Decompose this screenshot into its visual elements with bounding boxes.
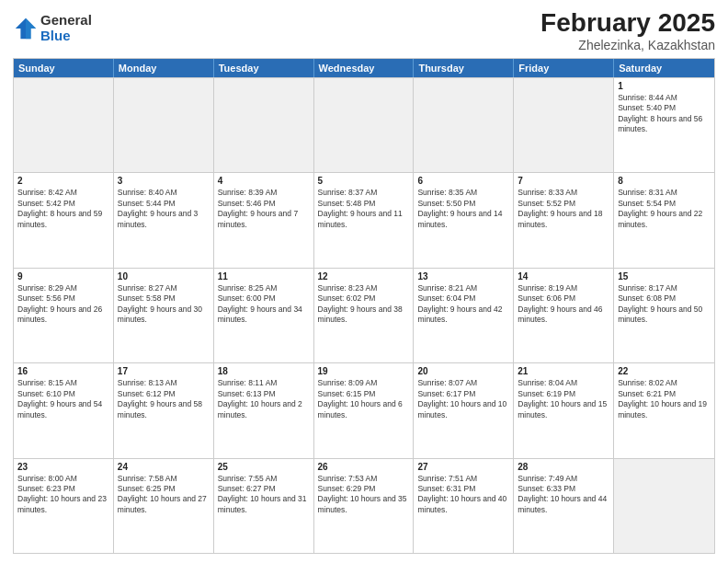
cal-cell-2-1: 10Sunrise: 8:27 AM Sunset: 5:58 PM Dayli… (114, 269, 214, 362)
cal-cell-3-4: 20Sunrise: 8:07 AM Sunset: 6:17 PM Dayli… (414, 363, 514, 457)
day-info: Sunrise: 8:25 AM Sunset: 6:00 PM Dayligh… (218, 283, 310, 326)
day-info: Sunrise: 8:23 AM Sunset: 6:02 PM Dayligh… (318, 283, 410, 326)
day-number: 12 (318, 271, 410, 282)
day-number: 1 (618, 81, 711, 91)
title-block: February 2025 Zhelezinka, Kazakhstan (540, 9, 715, 52)
page: General Blue February 2025 Zhelezinka, K… (0, 0, 728, 563)
cal-cell-1-1: 3Sunrise: 8:40 AM Sunset: 5:44 PM Daylig… (114, 173, 214, 267)
day-number: 11 (218, 271, 310, 282)
cal-cell-2-5: 14Sunrise: 8:19 AM Sunset: 6:06 PM Dayli… (514, 269, 614, 362)
cal-cell-1-5: 7Sunrise: 8:33 AM Sunset: 5:52 PM Daylig… (514, 173, 614, 267)
day-info: Sunrise: 8:39 AM Sunset: 5:46 PM Dayligh… (218, 188, 310, 230)
day-info: Sunrise: 8:02 AM Sunset: 6:21 PM Dayligh… (618, 378, 711, 420)
header-day-wednesday: Wednesday (314, 59, 415, 77)
day-info: Sunrise: 8:00 AM Sunset: 6:23 PM Dayligh… (17, 474, 109, 516)
cal-cell-2-6: 15Sunrise: 8:17 AM Sunset: 6:08 PM Dayli… (614, 269, 714, 362)
day-number: 28 (518, 462, 609, 472)
day-number: 21 (518, 366, 609, 376)
header-day-saturday: Saturday (614, 59, 714, 77)
cal-cell-0-2 (214, 78, 314, 172)
day-number: 9 (17, 271, 109, 282)
calendar-header: SundayMondayTuesdayWednesdayThursdayFrid… (14, 59, 714, 77)
day-info: Sunrise: 7:58 AM Sunset: 6:25 PM Dayligh… (118, 474, 210, 516)
day-info: Sunrise: 8:21 AM Sunset: 6:04 PM Dayligh… (417, 283, 509, 326)
day-number: 10 (118, 271, 210, 282)
day-info: Sunrise: 8:35 AM Sunset: 5:50 PM Dayligh… (417, 188, 509, 230)
cal-cell-2-4: 13Sunrise: 8:21 AM Sunset: 6:04 PM Dayli… (414, 269, 514, 362)
svg-marker-1 (26, 17, 36, 38)
main-title: February 2025 (540, 9, 715, 38)
day-info: Sunrise: 7:49 AM Sunset: 6:33 PM Dayligh… (518, 474, 609, 516)
cal-cell-3-1: 17Sunrise: 8:13 AM Sunset: 6:12 PM Dayli… (114, 363, 214, 457)
day-number: 26 (318, 462, 410, 472)
cal-cell-3-6: 22Sunrise: 8:02 AM Sunset: 6:21 PM Dayli… (614, 363, 714, 457)
day-info: Sunrise: 8:11 AM Sunset: 6:13 PM Dayligh… (218, 378, 310, 420)
calendar-body: 1Sunrise: 8:44 AM Sunset: 5:40 PM Daylig… (14, 77, 714, 553)
day-info: Sunrise: 8:44 AM Sunset: 5:40 PM Dayligh… (618, 93, 711, 135)
week-row-0: 1Sunrise: 8:44 AM Sunset: 5:40 PM Daylig… (14, 77, 714, 172)
day-number: 24 (118, 462, 210, 472)
cal-cell-3-5: 21Sunrise: 8:04 AM Sunset: 6:19 PM Dayli… (514, 363, 614, 457)
week-row-3: 16Sunrise: 8:15 AM Sunset: 6:10 PM Dayli… (14, 362, 714, 457)
day-info: Sunrise: 8:27 AM Sunset: 5:58 PM Dayligh… (118, 283, 210, 326)
cal-cell-0-4 (414, 78, 514, 172)
day-number: 2 (17, 176, 109, 186)
cal-cell-4-4: 27Sunrise: 7:51 AM Sunset: 6:31 PM Dayli… (414, 459, 514, 553)
cal-cell-1-6: 8Sunrise: 8:31 AM Sunset: 5:54 PM Daylig… (614, 173, 714, 267)
cal-cell-2-2: 11Sunrise: 8:25 AM Sunset: 6:00 PM Dayli… (214, 269, 314, 362)
cal-cell-0-3 (314, 78, 415, 172)
subtitle: Zhelezinka, Kazakhstan (540, 38, 715, 52)
week-row-4: 23Sunrise: 8:00 AM Sunset: 6:23 PM Dayli… (14, 458, 714, 553)
day-number: 7 (518, 176, 609, 186)
logo: General Blue (13, 13, 92, 43)
cal-cell-0-6: 1Sunrise: 8:44 AM Sunset: 5:40 PM Daylig… (614, 78, 714, 172)
week-row-1: 2Sunrise: 8:42 AM Sunset: 5:42 PM Daylig… (14, 172, 714, 267)
cal-cell-4-5: 28Sunrise: 7:49 AM Sunset: 6:33 PM Dayli… (514, 459, 614, 553)
cal-cell-3-3: 19Sunrise: 8:09 AM Sunset: 6:15 PM Dayli… (314, 363, 415, 457)
day-info: Sunrise: 8:42 AM Sunset: 5:42 PM Dayligh… (17, 188, 109, 230)
week-row-2: 9Sunrise: 8:29 AM Sunset: 5:56 PM Daylig… (14, 268, 714, 362)
day-number: 27 (417, 462, 509, 472)
cal-cell-4-0: 23Sunrise: 8:00 AM Sunset: 6:23 PM Dayli… (14, 459, 114, 553)
cal-cell-3-2: 18Sunrise: 8:11 AM Sunset: 6:13 PM Dayli… (214, 363, 314, 457)
day-number: 4 (218, 176, 310, 186)
day-info: Sunrise: 8:19 AM Sunset: 6:06 PM Dayligh… (518, 283, 609, 326)
cal-cell-1-0: 2Sunrise: 8:42 AM Sunset: 5:42 PM Daylig… (14, 173, 114, 267)
cal-cell-2-0: 9Sunrise: 8:29 AM Sunset: 5:56 PM Daylig… (14, 269, 114, 362)
day-number: 25 (218, 462, 310, 472)
day-number: 5 (318, 176, 410, 186)
day-info: Sunrise: 8:15 AM Sunset: 6:10 PM Dayligh… (17, 378, 109, 420)
day-number: 6 (417, 176, 509, 186)
cal-cell-4-3: 26Sunrise: 7:53 AM Sunset: 6:29 PM Dayli… (314, 459, 415, 553)
day-info: Sunrise: 8:07 AM Sunset: 6:17 PM Dayligh… (417, 378, 509, 420)
cal-cell-4-2: 25Sunrise: 7:55 AM Sunset: 6:27 PM Dayli… (214, 459, 314, 553)
day-number: 8 (618, 176, 711, 186)
header-day-thursday: Thursday (414, 59, 514, 77)
day-number: 23 (17, 462, 109, 472)
logo-icon (13, 16, 39, 41)
logo-blue: Blue (40, 29, 92, 44)
day-info: Sunrise: 8:31 AM Sunset: 5:54 PM Dayligh… (618, 188, 711, 230)
day-number: 15 (618, 271, 711, 282)
day-info: Sunrise: 8:17 AM Sunset: 6:08 PM Dayligh… (618, 283, 711, 326)
cal-cell-1-3: 5Sunrise: 8:37 AM Sunset: 5:48 PM Daylig… (314, 173, 415, 267)
day-info: Sunrise: 7:55 AM Sunset: 6:27 PM Dayligh… (218, 474, 310, 516)
cal-cell-4-6 (614, 459, 714, 553)
day-number: 13 (417, 271, 509, 282)
header-day-monday: Monday (114, 59, 214, 77)
day-number: 18 (218, 366, 310, 376)
day-number: 17 (118, 366, 210, 376)
cal-cell-0-5 (514, 78, 614, 172)
header: General Blue February 2025 Zhelezinka, K… (13, 9, 715, 52)
calendar: SundayMondayTuesdayWednesdayThursdayFrid… (13, 58, 715, 554)
cal-cell-3-0: 16Sunrise: 8:15 AM Sunset: 6:10 PM Dayli… (14, 363, 114, 457)
cal-cell-0-1 (114, 78, 214, 172)
header-day-tuesday: Tuesday (214, 59, 314, 77)
cal-cell-1-4: 6Sunrise: 8:35 AM Sunset: 5:50 PM Daylig… (414, 173, 514, 267)
day-info: Sunrise: 8:09 AM Sunset: 6:15 PM Dayligh… (318, 378, 410, 420)
header-day-sunday: Sunday (14, 59, 114, 77)
logo-text: General Blue (40, 13, 92, 43)
day-number: 22 (618, 366, 711, 376)
cal-cell-0-0 (14, 78, 114, 172)
header-day-friday: Friday (514, 59, 614, 77)
